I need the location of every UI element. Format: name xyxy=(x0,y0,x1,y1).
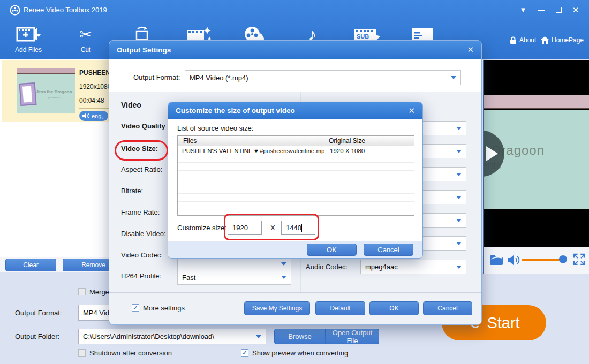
save-my-settings-button[interactable]: Save My Settings xyxy=(244,301,310,315)
chevron-down-icon xyxy=(281,276,286,279)
output-folder-value: C:\Users\Administrator\Desktop\download\ xyxy=(83,332,256,340)
output-settings-title: Output Settings xyxy=(117,46,171,54)
shutdown-label: Shutdown after conversion xyxy=(89,349,172,357)
audio-track-label: eng, xyxy=(92,113,103,119)
volume-slider-knob[interactable] xyxy=(559,255,567,263)
about-link[interactable]: About xyxy=(510,35,536,45)
menu-dropdown-icon[interactable]: ▼ xyxy=(517,5,529,15)
video-codec-label: Video Codec: xyxy=(121,251,163,259)
cut-label: Cut xyxy=(67,46,104,54)
row-original-size: 1920 X 1080 xyxy=(324,148,365,154)
divider xyxy=(109,292,481,293)
chevron-down-icon xyxy=(456,266,462,269)
minimize-button[interactable]: — xyxy=(535,5,547,15)
play-icon xyxy=(486,146,498,161)
app-window: Renee Video Toolbox 2019 ▼ — ✕ Add Files… xyxy=(0,0,589,364)
toolbar-add-files[interactable]: Add Files xyxy=(4,25,52,54)
chevron-down-icon xyxy=(451,76,456,79)
file-resolution: 1920x1080 xyxy=(79,83,111,90)
app-logo-reel-icon xyxy=(10,5,20,16)
source-size-list-label: List of source video size: xyxy=(177,124,253,132)
output-format-label: Output Format: xyxy=(15,309,62,317)
video-thumbnail: Jess the Dragoon presents xyxy=(17,68,75,113)
homepage-link[interactable]: HomePage xyxy=(541,35,584,45)
size-cancel-button[interactable]: Cancel xyxy=(364,244,413,256)
thumbnail-subtitle: presents xyxy=(33,96,75,99)
audio-codec-value: mpeg4aac xyxy=(365,263,398,271)
customize-size-title: Customize the size of output video xyxy=(176,107,295,115)
customize-size-annotation xyxy=(224,214,319,240)
h264-profile-select[interactable]: Fast xyxy=(177,270,291,285)
output-folder-label: Output Folder: xyxy=(15,332,59,340)
customize-size-dialog: Customize the size of output video ✕ Lis… xyxy=(168,102,423,259)
os-output-format-value: MP4 Video (*.mp4) xyxy=(190,74,248,82)
audio-codec-select[interactable]: mpeg4aac xyxy=(360,260,466,274)
start-label: Start xyxy=(487,314,519,332)
open-output-file-button[interactable]: Open Output File xyxy=(326,329,379,344)
h264-profile-value: Fast xyxy=(182,274,195,282)
video-preview-panel[interactable]: Dragoon ents xyxy=(483,60,589,274)
table-empty-rows xyxy=(178,155,414,215)
bitrate-label: Bitrate: xyxy=(121,187,143,195)
volume-icon[interactable] xyxy=(508,254,520,266)
aspect-ratio-label: Aspect Ratio: xyxy=(121,165,162,173)
merge-label: Merge xyxy=(89,288,109,296)
table-header: Files Original Size xyxy=(178,136,414,146)
output-settings-close-icon[interactable]: ✕ xyxy=(467,45,474,55)
svg-text:SUB: SUB xyxy=(357,33,369,40)
window-title: Renee Video Toolbox 2019 xyxy=(24,6,107,14)
video-size-annotation xyxy=(115,140,168,161)
default-button[interactable]: Default xyxy=(315,301,365,315)
homepage-label: HomePage xyxy=(552,36,584,44)
original-size-column-header[interactable]: Original Size xyxy=(323,137,365,145)
customize-size-label: Customize size: xyxy=(177,224,226,232)
add-files-icon xyxy=(4,25,52,43)
maximize-button[interactable] xyxy=(553,5,564,15)
thumbnail-book-art xyxy=(19,82,37,106)
show-preview-checkbox[interactable]: ✓ xyxy=(241,349,248,357)
more-settings-label: More settings xyxy=(143,304,185,312)
fullscreen-icon[interactable] xyxy=(573,253,586,266)
frame-rate-label: Frame Rate: xyxy=(121,208,160,216)
about-label: About xyxy=(519,36,536,44)
close-button[interactable]: ✕ xyxy=(570,5,582,15)
os-ok-button[interactable]: OK xyxy=(369,301,419,315)
home-icon xyxy=(541,36,549,44)
files-column-header[interactable]: Files xyxy=(178,137,323,145)
shutdown-checkbox[interactable] xyxy=(78,349,86,357)
disable-video-label: Disable Video: xyxy=(121,230,166,238)
speaker-icon xyxy=(82,113,89,119)
h264-profile-label: H264 Profile: xyxy=(121,272,161,280)
file-duration: 00:04:48 xyxy=(79,97,104,104)
toolbar-cut[interactable]: ✂ Cut xyxy=(67,25,104,54)
video-codec-select[interactable] xyxy=(177,256,291,271)
add-files-label: Add Files xyxy=(4,46,52,54)
clear-button[interactable]: Clear xyxy=(5,259,56,271)
browse-button[interactable]: Browse xyxy=(274,329,326,344)
source-size-table[interactable]: Files Original Size PUSHEEN'S VALENTINE … xyxy=(177,135,414,216)
chevron-down-icon xyxy=(256,335,261,338)
column-separator xyxy=(406,136,406,215)
lock-icon xyxy=(510,36,517,44)
video-section-header: Video xyxy=(121,101,141,109)
merge-checkbox[interactable] xyxy=(78,288,86,295)
audio-track-badge[interactable]: eng, xyxy=(79,111,108,121)
column-separator xyxy=(329,136,329,215)
audio-codec-label: Audio Codec: xyxy=(306,263,348,271)
show-preview-label: Show preview when converting xyxy=(252,349,348,357)
os-output-format-label: Output Format: xyxy=(133,73,180,81)
preview-frame-top xyxy=(484,95,589,109)
row-filename: PUSHEEN'S VALENTINE ♥ #pusheensvalentine… xyxy=(178,148,324,154)
table-row[interactable]: PUSHEEN'S VALENTINE ♥ #pusheensvalentine… xyxy=(178,146,414,155)
os-cancel-button[interactable]: Cancel xyxy=(423,301,472,315)
output-folder-select[interactable]: C:\Users\Administrator\Desktop\download\ xyxy=(78,329,266,344)
os-output-format-select[interactable]: MP4 Video (*.mp4) xyxy=(185,70,461,85)
size-ok-button[interactable]: OK xyxy=(307,244,357,256)
thumbnail-title: Jess the Dragoon xyxy=(33,89,75,94)
customize-size-close-icon[interactable]: ✕ xyxy=(408,106,415,116)
customize-size-titlebar: Customize the size of output video ✕ xyxy=(168,102,422,119)
open-folder-icon[interactable] xyxy=(489,254,503,266)
more-settings-checkbox[interactable]: ✓ xyxy=(132,304,139,312)
divider xyxy=(109,92,481,92)
video-quality-label: Video Quality xyxy=(121,122,165,130)
